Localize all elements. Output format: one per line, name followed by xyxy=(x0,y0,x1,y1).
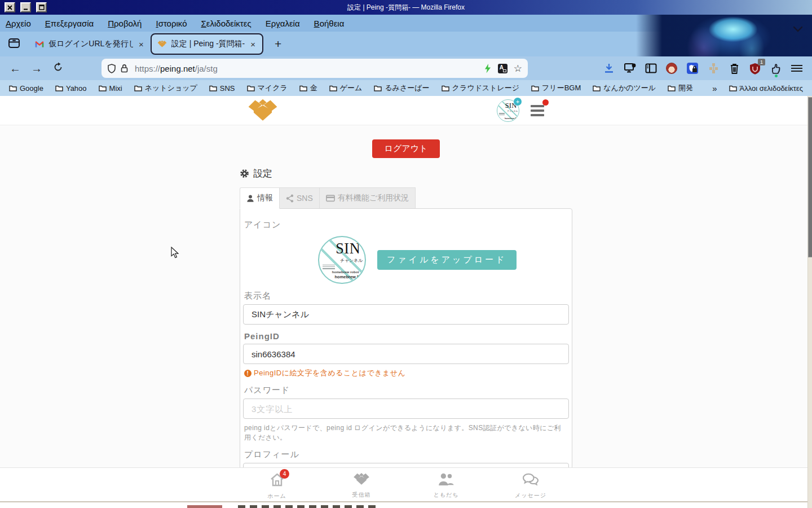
sidebar-toggle-button[interactable] xyxy=(643,61,658,76)
toolbar-extension-icons: 1 xyxy=(602,61,804,76)
upload-file-button[interactable]: ファイルをアップロード xyxy=(377,250,517,270)
bookmarks-toolbar: Google Yahoo Mixi ネットショップ SNS マイクラ 金 ゲーム… xyxy=(0,80,812,96)
tab-gmail[interactable]: 仮ログインURLを発行しま × xyxy=(29,34,151,54)
tab-close-button[interactable]: × xyxy=(138,40,145,49)
credit-card-icon xyxy=(326,194,335,202)
bookmark-minecraft[interactable]: マイクラ xyxy=(247,83,288,93)
menu-view[interactable]: Προβολή xyxy=(108,19,142,28)
bookmark-star-icon[interactable]: ☆ xyxy=(514,63,522,75)
window-maximize-button[interactable] xyxy=(36,2,47,12)
nav-inbox[interactable]: 受信箱 xyxy=(319,468,404,501)
folder-icon xyxy=(374,85,382,91)
tab-paid-features[interactable]: 有料機能ご利用状況 xyxy=(320,187,416,209)
app-menu-button[interactable] xyxy=(789,61,804,76)
tab-info[interactable]: 情報 xyxy=(240,187,280,209)
folder-icon xyxy=(593,85,601,91)
nav-home[interactable]: 4 ホーム xyxy=(235,468,319,501)
translate-icon[interactable]: A xyxy=(498,64,508,73)
peing-logo[interactable] xyxy=(247,98,279,125)
folder-icon xyxy=(729,85,737,91)
screenshot-tool-button[interactable] xyxy=(623,61,637,76)
tab-sns[interactable]: SNS xyxy=(280,187,320,209)
url-bar[interactable]: https://peing.net/ja/stg A ☆ xyxy=(102,59,528,78)
bookmark-dev[interactable]: 開発 xyxy=(668,83,693,93)
inbox-box-icon xyxy=(353,472,370,486)
site-menu-button[interactable] xyxy=(529,100,545,121)
peing-id-input[interactable] xyxy=(243,344,569,364)
list-all-tabs-button[interactable] xyxy=(793,25,803,35)
bookmark-google[interactable]: Google xyxy=(9,84,43,93)
tab-label: 設定 | Peing -質問箱- xyxy=(171,39,245,49)
thumb-extension-button[interactable] xyxy=(769,61,783,76)
ublock-origin-button[interactable]: 1 xyxy=(748,61,762,76)
bookmark-yahoo[interactable]: Yahoo xyxy=(55,84,87,93)
back-button[interactable]: ← xyxy=(8,62,23,75)
cutoff-text-fragment xyxy=(238,505,376,508)
firefox-view-button[interactable] xyxy=(8,37,20,51)
bookmark-netshop[interactable]: ネットショップ xyxy=(134,83,197,93)
nav-messages[interactable]: メッセージ xyxy=(488,468,573,501)
bookmark-cloud-storage[interactable]: クラウドストレージ xyxy=(442,83,519,93)
close-icon xyxy=(7,5,12,10)
bookmark-sns[interactable]: SNS xyxy=(209,84,235,93)
menu-tools[interactable]: Εργαλεία xyxy=(266,19,300,28)
ublock-badge: 1 xyxy=(758,59,765,65)
peing-id-warning: ! PeingIDに絵文字を含めることはできません xyxy=(244,368,568,378)
forward-button[interactable]: → xyxy=(29,62,44,75)
tab-close-button[interactable]: × xyxy=(249,40,257,49)
bookmark-games[interactable]: ゲーム xyxy=(329,83,363,93)
tab-label: 仮ログインURLを発行しま xyxy=(48,39,133,49)
folder-icon xyxy=(668,85,676,91)
trash-extension-button[interactable] xyxy=(727,61,742,76)
settings-heading: 設定 xyxy=(240,167,572,180)
menu-edit[interactable]: Επεξεργασία xyxy=(45,19,94,28)
bookmarks-overflow-chevron[interactable]: » xyxy=(712,84,717,93)
bottom-navigation: 4 ホーム 受信箱 ともだち メッセージ xyxy=(0,467,807,501)
anime-avatar-extension-button[interactable] xyxy=(664,61,679,76)
password-label: パスワード xyxy=(244,385,568,396)
menu-history[interactable]: Ιστορικό xyxy=(156,19,187,28)
folder-icon xyxy=(329,85,337,91)
window-close-button[interactable] xyxy=(5,2,15,12)
tab-peing-settings[interactable]: 設定 | Peing -質問箱- × xyxy=(151,33,263,55)
tracking-shield-icon[interactable] xyxy=(107,64,116,73)
logout-button[interactable]: ログアウト xyxy=(372,139,440,158)
disabled-extension-button[interactable] xyxy=(706,61,721,76)
chevron-down-icon xyxy=(793,26,803,33)
menu-file[interactable]: Αρχείο xyxy=(6,19,31,28)
new-tab-button[interactable]: + xyxy=(271,37,285,51)
hamburger-icon xyxy=(791,63,802,73)
settings-card: アイコン SIN チャンネル homebrew robot homebrew P… xyxy=(240,208,572,508)
bookmark-mixi[interactable]: Mixi xyxy=(99,84,122,93)
page-scrollbar[interactable] xyxy=(807,96,812,508)
bookmark-tools[interactable]: なんかのツール xyxy=(593,83,656,93)
scrollbar-thumb[interactable] xyxy=(808,97,812,257)
cutoff-image-fragment xyxy=(187,505,222,508)
bookmark-free-bgm[interactable]: フリーBGM xyxy=(531,83,581,93)
settings-heading-text: 設定 xyxy=(253,167,272,180)
bookmark-rumi-server[interactable]: るみさーばー xyxy=(374,83,429,93)
password-input[interactable] xyxy=(243,398,569,419)
browser-navbar: ← → https://peing.net/ja/stg A ☆ xyxy=(0,56,812,80)
folder-icon xyxy=(247,85,255,91)
lock-icon[interactable] xyxy=(121,64,128,73)
jellyfish-theme-image xyxy=(636,15,812,56)
bookmark-money[interactable]: 金 xyxy=(299,83,317,93)
display-name-input[interactable] xyxy=(243,304,569,325)
download-icon xyxy=(603,63,615,74)
folder-icon xyxy=(134,85,142,91)
home-badge: 4 xyxy=(280,469,289,479)
header-user-avatar[interactable]: SIN チャンネル homebrew PC + xyxy=(497,99,519,122)
privacy-shield-extension-button[interactable] xyxy=(685,61,700,76)
nav-friends[interactable]: ともだち xyxy=(404,468,488,501)
downloads-button[interactable] xyxy=(602,61,616,76)
folder-icon xyxy=(442,85,449,91)
menu-help[interactable]: Βοήθεια xyxy=(314,19,345,28)
lightning-autofill-icon[interactable] xyxy=(484,64,492,73)
other-bookmarks[interactable]: Άλλοι σελιδοδείκτες xyxy=(729,84,804,93)
reload-button[interactable] xyxy=(51,62,65,75)
window-minimize-button[interactable] xyxy=(20,2,31,12)
menu-bookmarks[interactable]: Σελιδοδείκτες xyxy=(201,19,251,28)
chat-bubbles-icon xyxy=(522,472,539,487)
folder-icon xyxy=(209,85,217,91)
